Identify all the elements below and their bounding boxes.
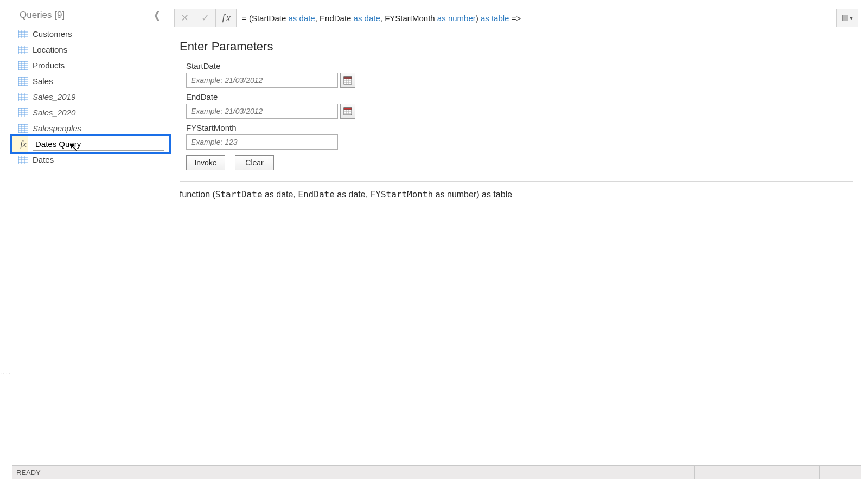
enddate-input[interactable]: [186, 104, 338, 119]
sig-text: as number) as table: [433, 190, 512, 199]
date-picker-icon[interactable]: [340, 73, 355, 88]
formula-bar-expand-icon[interactable]: ▾: [836, 9, 858, 27]
cancel-formula-icon[interactable]: ✕: [175, 9, 195, 27]
formula-keyword: as: [286, 14, 299, 23]
table-icon: [17, 60, 29, 72]
sidebar-title: Queries [9]: [20, 10, 65, 21]
formula-text: ,: [380, 14, 385, 23]
sidebar-item-label: Dates: [33, 155, 54, 164]
rename-query-input[interactable]: [33, 138, 164, 151]
formula-bar-text[interactable]: = (StartDate as date, EndDate as date, F…: [237, 9, 836, 27]
editor-right-pane: ✕ ✓ ƒx = (StartDate as date, EndDate as …: [170, 4, 863, 479]
sig-text: as date,: [263, 190, 298, 199]
formula-keyword: as: [481, 14, 492, 23]
formula-keyword: as: [435, 14, 448, 23]
sig-mono: EndDate: [298, 189, 334, 200]
status-segment: [694, 466, 819, 479]
divider: [180, 181, 853, 182]
table-icon: [17, 91, 29, 103]
startdate-input[interactable]: [186, 73, 338, 88]
sidebar-item-sales-2020[interactable]: Sales_2020: [12, 105, 169, 120]
table-icon: [17, 44, 29, 56]
sidebar-item-label: Salespeoples: [33, 124, 81, 133]
sig-text: as date,: [335, 190, 371, 199]
sidebar-item-dates[interactable]: Dates: [12, 152, 169, 168]
formula-keyword: date: [299, 14, 315, 23]
clear-button[interactable]: Clear: [235, 155, 274, 170]
formula-text: StartDate: [252, 14, 286, 23]
status-segment: [819, 466, 857, 479]
queries-sidebar: Queries [9] ❮ Customers Locations Produc…: [12, 4, 169, 479]
param-fystartmonth: FYStartMonth: [186, 123, 853, 150]
formula-text: =>: [509, 14, 521, 23]
sidebar-item-label: Sales_2019: [33, 92, 75, 101]
sidebar-item-sales[interactable]: Sales: [12, 73, 169, 89]
svg-rect-56: [344, 108, 352, 110]
formula-text: EndDate: [320, 14, 351, 23]
formula-bar: ✕ ✓ ƒx = (StartDate as date, EndDate as …: [174, 9, 858, 27]
sidebar-item-label: Products: [33, 61, 65, 70]
param-label: EndDate: [186, 92, 853, 101]
param-label: StartDate: [186, 61, 853, 70]
fystartmonth-input[interactable]: [186, 134, 338, 150]
sidebar-item-label: Sales: [33, 76, 53, 86]
sidebar-header: Queries [9] ❮: [12, 4, 169, 26]
sig-mono: FYStartMonth: [371, 189, 433, 200]
date-picker-icon[interactable]: [340, 104, 355, 119]
sig-mono: StartDate: [215, 189, 263, 200]
table-icon: [17, 154, 29, 166]
square-icon: [842, 15, 848, 21]
commit-formula-icon[interactable]: ✓: [195, 9, 216, 27]
sidebar-item-sales-2019[interactable]: Sales_2019: [12, 89, 169, 105]
formula-text: ): [476, 14, 481, 23]
formula-text: ,: [315, 14, 320, 23]
page-title: Enter Parameters: [180, 40, 853, 54]
sig-text: function (: [180, 190, 215, 199]
formula-keyword: as: [351, 14, 364, 23]
param-enddate: EndDate: [186, 92, 853, 119]
status-text: READY: [16, 468, 41, 477]
fx-icon[interactable]: ƒx: [216, 9, 237, 27]
dock-handle-icon[interactable]: ····: [0, 369, 11, 376]
formula-text: = (: [242, 14, 252, 23]
svg-rect-49: [344, 77, 352, 79]
sidebar-item-dates-query[interactable]: fx: [12, 136, 169, 152]
formula-keyword: number: [448, 14, 476, 23]
status-bar: READY: [12, 465, 861, 479]
function-icon: fx: [17, 138, 29, 150]
formula-text: FYStartMonth: [385, 14, 435, 23]
sidebar-item-customers[interactable]: Customers: [12, 26, 169, 42]
collapse-sidebar-icon[interactable]: ❮: [151, 9, 163, 21]
param-label: FYStartMonth: [186, 123, 853, 132]
table-icon: [17, 123, 29, 134]
chevron-down-icon: ▾: [850, 14, 853, 22]
sidebar-item-salespeoples[interactable]: Salespeoples: [12, 120, 169, 136]
sidebar-item-label: Sales_2020: [33, 108, 75, 117]
sidebar-item-locations[interactable]: Locations: [12, 42, 169, 57]
sidebar-item-label: Customers: [33, 29, 72, 38]
sidebar-item-label: Locations: [33, 45, 67, 54]
table-icon: [17, 107, 29, 119]
formula-keyword: date: [365, 14, 380, 23]
table-icon: [17, 75, 29, 87]
invoke-button[interactable]: Invoke: [186, 155, 225, 170]
table-icon: [17, 28, 29, 40]
sidebar-item-products[interactable]: Products: [12, 57, 169, 73]
param-startdate: StartDate: [186, 61, 853, 88]
parameters-panel: Enter Parameters StartDate EndDate: [174, 35, 858, 479]
function-signature: function (StartDate as date, EndDate as …: [180, 189, 853, 200]
formula-keyword: table: [492, 14, 509, 23]
